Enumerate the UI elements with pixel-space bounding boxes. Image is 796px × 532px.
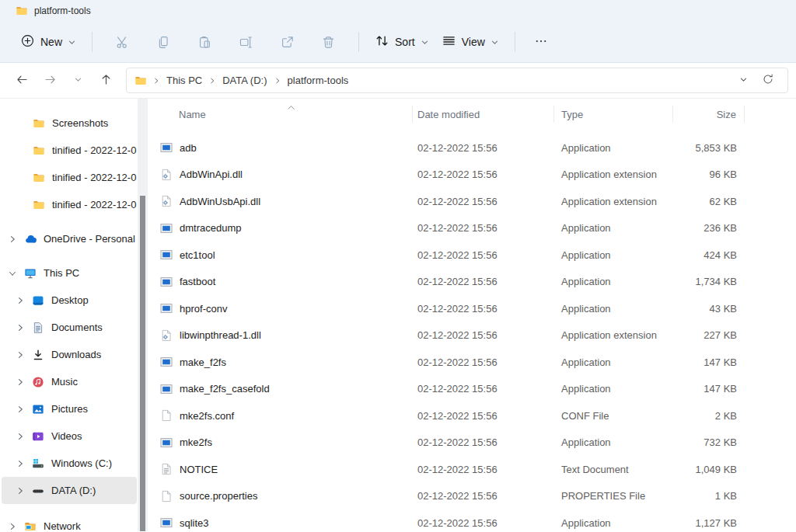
sidebar-item-label: This PC (44, 267, 79, 279)
column-header-date-modified[interactable]: Date modified (413, 109, 553, 120)
chevron-right-icon[interactable] (16, 486, 27, 495)
chevron-right-icon[interactable] (16, 377, 27, 387)
sidebar-item-screenshots[interactable]: Screenshots (2, 110, 137, 137)
file-row[interactable]: fastboot02-12-2022 15:56Application1,734… (148, 269, 796, 296)
file-name: AdbWinApi.dll (180, 169, 243, 180)
sidebar-item-this-pc[interactable]: This PC (2, 259, 137, 287)
column-header-name[interactable]: Name (148, 109, 412, 120)
sidebar-item-onedrive-personal[interactable]: OneDrive - Personal (2, 225, 137, 252)
file-type: Application (554, 517, 673, 529)
sidebar-scrollbar-thumb[interactable] (140, 196, 145, 531)
plus-circle-icon (20, 33, 35, 50)
sidebar-item-pictures[interactable]: Pictures (2, 395, 137, 422)
sidebar-item-tinified-2022-12-0[interactable]: tinified - 2022-12-0 (2, 164, 137, 191)
sidebar-item-tinified-2022-12-0[interactable]: tinified - 2022-12-0 (2, 137, 137, 164)
drive-icon (32, 485, 47, 497)
address-bar[interactable]: This PCDATA (D:)platform-tools (126, 68, 788, 93)
file-row[interactable]: hprof-conv02-12-2022 15:56Application43 … (148, 295, 796, 322)
chevron-right-icon[interactable] (16, 323, 27, 332)
file-row[interactable]: make_f2fs_casefold02-12-2022 15:56Applic… (148, 376, 796, 403)
sidebar-item-label: tinified - 2022-12-0 (52, 144, 136, 156)
forward-button[interactable] (36, 68, 64, 94)
file-name: make_f2fs (180, 356, 226, 368)
rename-button[interactable] (225, 26, 267, 57)
sidebar-item-music[interactable]: Music (2, 368, 137, 395)
sidebar-item-data-d[interactable]: DATA (D:) (2, 477, 137, 504)
sidebar-item-documents[interactable]: Documents (2, 314, 137, 341)
back-button[interactable] (8, 68, 36, 94)
chevron-right-icon[interactable] (16, 296, 27, 305)
cut-button[interactable] (102, 26, 143, 57)
new-button-label: New (40, 36, 62, 48)
chevron-down-icon[interactable] (8, 269, 19, 278)
file-row[interactable]: source.properties02-12-2022 15:56PROPERT… (148, 483, 796, 510)
address-dropdown-button[interactable] (731, 70, 755, 92)
file-name-cell: make_f2fs (148, 356, 413, 368)
folder-icon (16, 5, 28, 17)
up-button[interactable] (92, 68, 120, 94)
breadcrumb-segment[interactable]: This PC (161, 71, 208, 89)
chevron-right-icon[interactable] (8, 522, 19, 531)
paste-button[interactable] (184, 26, 225, 57)
see-more-button[interactable] (526, 30, 556, 55)
refresh-button[interactable] (756, 70, 780, 92)
breadcrumb-segment[interactable]: DATA (D:) (217, 71, 272, 89)
chevron-right-icon[interactable] (16, 432, 27, 441)
file-row[interactable]: sqlite302-12-2022 15:56Application1,127 … (148, 509, 796, 532)
file-row[interactable]: AdbWinApi.dll02-12-2022 15:56Application… (148, 162, 796, 189)
command-toolbar: New Sort View (0, 22, 796, 63)
dll-file-icon (160, 169, 173, 181)
file-size: 96 KB (673, 169, 745, 180)
dll-file-icon (160, 195, 173, 207)
view-button[interactable]: View (435, 29, 505, 55)
file-type: Text Document (554, 464, 673, 475)
copy-button[interactable] (143, 26, 184, 57)
file-date-modified: 02-12-2022 15:56 (413, 196, 554, 207)
file-type: PROPERTIES File (554, 490, 673, 502)
app-file-icon (160, 383, 173, 395)
column-header-type[interactable]: Type (554, 109, 672, 120)
file-row[interactable]: mke2fs.conf02-12-2022 15:56CONF File2 KB (148, 402, 796, 429)
chevron-down-icon (68, 38, 76, 47)
share-button[interactable] (267, 26, 308, 57)
sidebar-item-tinified-2022-12-0[interactable]: tinified - 2022-12-0 (2, 191, 137, 218)
recent-locations-button[interactable] (64, 68, 92, 94)
file-row[interactable]: NOTICE02-12-2022 15:56Text Document1,049… (148, 456, 796, 483)
sidebar-item-windows-c[interactable]: Windows (C:) (2, 450, 137, 477)
sort-button-label: Sort (395, 36, 415, 48)
sort-button[interactable]: Sort (368, 29, 435, 55)
chevron-right-icon[interactable] (16, 459, 27, 468)
column-divider[interactable] (744, 106, 745, 123)
sidebar-item-network[interactable]: Network (2, 513, 137, 532)
chevron-down-icon (421, 38, 429, 47)
delete-button[interactable] (308, 26, 349, 57)
app-file-icon (160, 302, 173, 315)
sidebar-item-videos[interactable]: Videos (2, 422, 137, 450)
window-tab[interactable]: platform-tools (8, 3, 99, 19)
app-file-icon (160, 276, 173, 288)
sidebar-item-desktop[interactable]: Desktop (2, 287, 137, 314)
chevron-right-icon[interactable] (16, 405, 27, 414)
rename-icon (239, 35, 253, 50)
chevron-down-icon (491, 38, 499, 47)
file-row[interactable]: mke2fs02-12-2022 15:56Application732 KB (148, 429, 796, 457)
file-name-cell: sqlite3 (148, 516, 413, 529)
file-row[interactable]: AdbWinUsbApi.dll02-12-2022 15:56Applicat… (148, 188, 796, 215)
file-type: CONF File (554, 410, 673, 422)
new-button[interactable]: New (14, 29, 82, 55)
file-row[interactable]: etc1tool02-12-2022 15:56Application424 K… (148, 242, 796, 269)
sidebar-item-downloads[interactable]: Downloads (2, 341, 137, 368)
file-row[interactable]: make_f2fs02-12-2022 15:56Application147 … (148, 349, 796, 376)
chevron-right-icon[interactable] (16, 350, 27, 360)
breadcrumb-segment[interactable]: platform-tools (282, 71, 354, 89)
file-row[interactable]: libwinpthread-1.dll02-12-2022 15:56Appli… (148, 322, 796, 349)
sidebar-item-label: DATA (D:) (51, 485, 96, 496)
file-row[interactable]: adb02-12-2022 15:56Application5,853 KB (148, 134, 796, 162)
file-name-cell: mke2fs.conf (148, 409, 413, 422)
up-arrow-icon (100, 73, 113, 89)
chevron-right-icon[interactable] (8, 235, 19, 244)
sidebar-scrollbar-track (138, 99, 148, 531)
column-header-size[interactable]: Size (673, 109, 744, 120)
breadcrumb-chevron-icon (152, 77, 161, 85)
file-row[interactable]: dmtracedump02-12-2022 15:56Application23… (148, 215, 796, 242)
